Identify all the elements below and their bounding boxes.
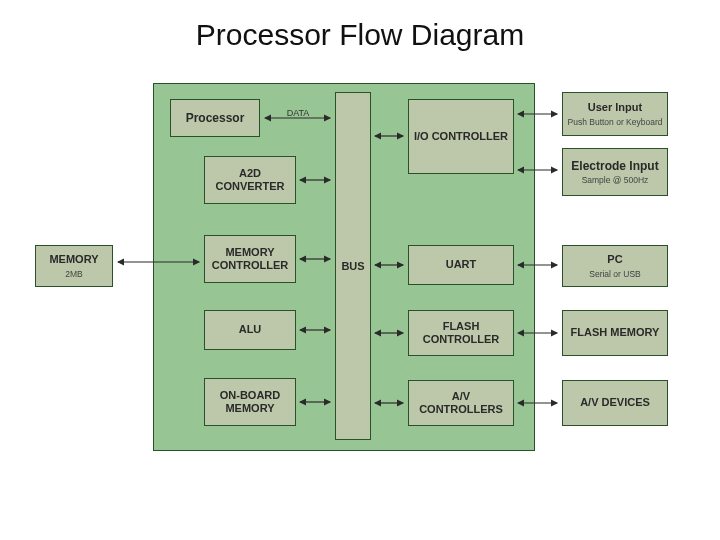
label-data: DATA bbox=[278, 108, 318, 118]
block-userinput-sub: Push Button or Keyboard bbox=[568, 117, 663, 127]
block-processor: Processor bbox=[170, 99, 260, 137]
block-bus: BUS bbox=[335, 92, 371, 440]
block-onboard: ON-BOARD MEMORY bbox=[204, 378, 296, 426]
block-memory-sub: 2MB bbox=[65, 269, 82, 279]
block-ioctrl: I/O CONTROLLER bbox=[408, 99, 514, 174]
block-memctrl: MEMORY CONTROLLER bbox=[204, 235, 296, 283]
block-userinput-label: User Input bbox=[588, 101, 642, 114]
block-uart-label: UART bbox=[446, 258, 477, 271]
block-onboard-label: ON-BOARD MEMORY bbox=[207, 389, 293, 415]
block-electrode-sub: Sample @ 500Hz bbox=[582, 175, 649, 185]
block-uart: UART bbox=[408, 245, 514, 285]
block-alu: ALU bbox=[204, 310, 296, 350]
block-avdev-label: A/V DEVICES bbox=[580, 396, 650, 409]
block-alu-label: ALU bbox=[239, 323, 262, 336]
page-title: Processor Flow Diagram bbox=[0, 18, 720, 52]
block-avctrl-label: A/V CONTROLLERS bbox=[411, 390, 511, 416]
block-pc: PC Serial or USB bbox=[562, 245, 668, 287]
block-userinput: User Input Push Button or Keyboard bbox=[562, 92, 668, 136]
block-flashmem-label: FLASH MEMORY bbox=[571, 326, 660, 339]
block-electrode: Electrode Input Sample @ 500Hz bbox=[562, 148, 668, 196]
block-ioctrl-label: I/O CONTROLLER bbox=[414, 130, 508, 143]
block-flashmem: FLASH MEMORY bbox=[562, 310, 668, 356]
block-flashctrl: FLASH CONTROLLER bbox=[408, 310, 514, 356]
block-memctrl-label: MEMORY CONTROLLER bbox=[207, 246, 293, 272]
block-electrode-label: Electrode Input bbox=[571, 159, 658, 173]
block-avdev: A/V DEVICES bbox=[562, 380, 668, 426]
block-a2d-label: A2D CONVERTER bbox=[207, 167, 293, 193]
block-pc-sub: Serial or USB bbox=[589, 269, 641, 279]
block-a2d: A2D CONVERTER bbox=[204, 156, 296, 204]
block-processor-label: Processor bbox=[186, 111, 245, 125]
block-memory: MEMORY 2MB bbox=[35, 245, 113, 287]
block-avctrl: A/V CONTROLLERS bbox=[408, 380, 514, 426]
block-memory-label: MEMORY bbox=[49, 253, 98, 266]
block-bus-label: BUS bbox=[341, 260, 364, 272]
block-pc-label: PC bbox=[607, 253, 622, 266]
block-flashctrl-label: FLASH CONTROLLER bbox=[411, 320, 511, 346]
